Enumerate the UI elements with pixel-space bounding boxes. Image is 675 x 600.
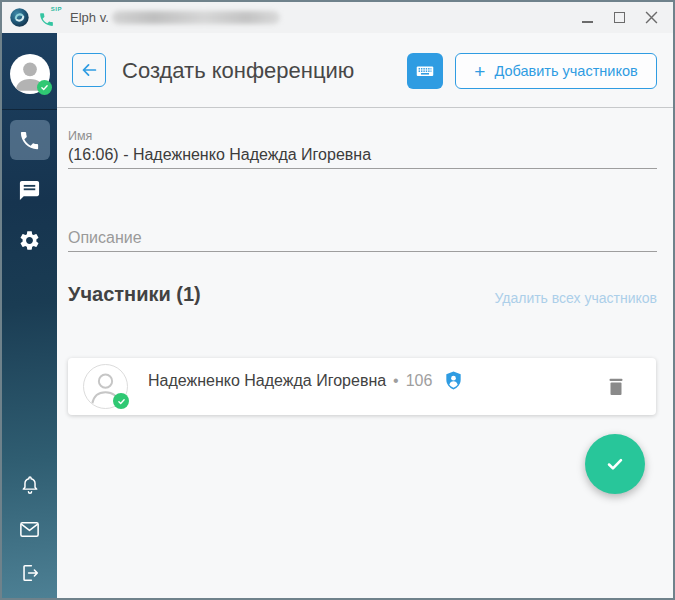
- moderator-shield-icon: [443, 369, 464, 392]
- maximize-button[interactable]: [603, 2, 635, 33]
- remove-all-participants-link[interactable]: Удалить всех участников: [494, 290, 657, 306]
- page-title: Создать конференцию: [122, 53, 354, 89]
- participants-heading: Участники (1): [68, 283, 201, 306]
- mail-icon: [18, 518, 41, 541]
- plus-icon: +: [474, 62, 485, 81]
- maximize-icon: [614, 12, 625, 23]
- phone-icon: [18, 129, 41, 152]
- minimize-button[interactable]: [571, 2, 603, 33]
- minimize-icon: [582, 21, 593, 23]
- sidebar-item-settings[interactable]: [10, 220, 50, 260]
- checkmark-icon: [602, 451, 628, 477]
- header-divider: [57, 107, 673, 108]
- gear-icon: [18, 229, 41, 252]
- keyboard-icon: [414, 60, 436, 82]
- confirm-create-conference-button[interactable]: [585, 434, 645, 494]
- close-button[interactable]: [635, 2, 667, 33]
- add-participants-label: Добавить участников: [494, 63, 637, 79]
- main-content: Создать конференцию + Добавить участнико…: [57, 33, 673, 598]
- titlebar: SIP Elph v.: [2, 2, 673, 33]
- name-field-label: Имя: [68, 129, 92, 143]
- redacted-version-blob: [112, 11, 280, 24]
- close-icon: [645, 11, 658, 24]
- sip-badge-label: SIP: [51, 6, 62, 12]
- sidebar-item-voicemail[interactable]: [10, 512, 50, 546]
- chat-icon: [18, 179, 41, 202]
- participant-online-badge: [113, 393, 129, 409]
- sidebar-item-chats[interactable]: [10, 170, 50, 210]
- sidebar-divider: [2, 109, 57, 110]
- app-logo-icon: [9, 7, 30, 28]
- sidebar: [2, 33, 57, 598]
- app-window: SIP Elph v.: [0, 0, 675, 600]
- trash-icon: [604, 374, 628, 398]
- user-avatar[interactable]: [10, 54, 50, 94]
- conference-name-input[interactable]: [68, 146, 657, 169]
- description-input[interactable]: [68, 229, 657, 252]
- bell-icon: [19, 474, 41, 496]
- separator-dot: •: [393, 372, 399, 390]
- add-participants-button[interactable]: + Добавить участников: [455, 53, 657, 89]
- participant-extension: 106: [406, 372, 433, 390]
- participant-avatar: [83, 364, 128, 409]
- dialpad-keyboard-button[interactable]: [407, 53, 443, 89]
- back-button[interactable]: [72, 53, 106, 87]
- sidebar-item-calls[interactable]: [10, 120, 50, 160]
- back-arrow-icon: [78, 59, 100, 81]
- sip-phone-icon: SIP: [38, 8, 60, 28]
- window-title: Elph v.: [70, 10, 109, 25]
- online-status-badge: [37, 80, 52, 95]
- sidebar-item-notifications[interactable]: [10, 468, 50, 502]
- delete-participant-button[interactable]: [602, 372, 630, 400]
- participant-name: Надежненко Надежда Игоревна: [148, 372, 386, 390]
- logout-icon: [19, 562, 41, 584]
- participant-name-line: Надежненко Надежда Игоревна • 106: [148, 369, 464, 392]
- window-controls: [571, 2, 673, 33]
- participant-row[interactable]: Надежненко Надежда Игоревна • 106: [68, 358, 656, 415]
- sidebar-item-logout[interactable]: [10, 556, 50, 590]
